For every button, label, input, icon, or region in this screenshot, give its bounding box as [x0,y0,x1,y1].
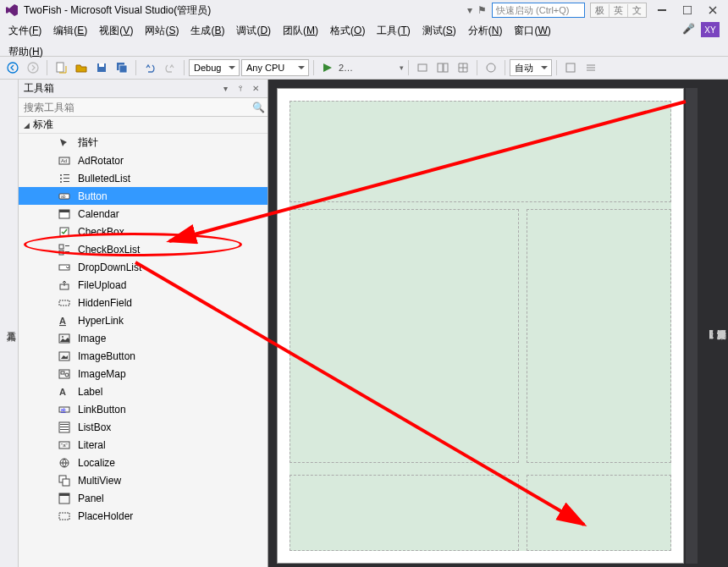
menu-tools[interactable]: 工具(T) [377,22,410,40]
svg-rect-55 [59,513,69,520]
tool-item-label: LinkButton [78,404,126,416]
tool-item-dropdownlist[interactable]: DropDownList [19,258,267,276]
tool-item-linkbutton[interactable]: abLinkButton [19,400,267,418]
svg-text:A: A [59,387,66,397]
tool-item-panel[interactable]: Panel [19,489,267,507]
menu-window[interactable]: 窗口(W) [514,22,550,40]
tool-item-listbox[interactable]: ListBox [19,418,267,436]
grid-cell[interactable] [527,475,671,551]
tool-item-checkboxlist[interactable]: CheckBoxList [19,240,267,258]
quick-launch-input[interactable]: 快速启动 (Ctrl+Q) [492,3,585,18]
save-all-button[interactable] [113,58,131,77]
localize-icon [58,456,71,470]
ime-seg-1: 英 [609,4,628,17]
ime-indicator[interactable]: 极 英 文 [590,3,647,18]
svg-rect-0 [658,9,666,11]
toolbox-list: 指针AdAdRotatorBulletedListabButtonCalenda… [19,134,267,567]
svg-text:A: A [59,316,66,326]
toolbox-category[interactable]: ◢ 标准 [19,117,267,134]
menu-edit[interactable]: 编辑(E) [53,22,87,40]
menu-analyze[interactable]: 分析(N) [468,22,503,40]
tool-item-multiview[interactable]: MultiView [19,471,267,489]
tool-item-label: Calendar [78,208,119,220]
tool-item-localize[interactable]: Localize [19,454,267,471]
toolbox-search-input[interactable] [19,102,249,113]
svg-rect-52 [63,479,69,486]
new-file-button[interactable] [52,58,70,77]
start-dropdown-icon[interactable]: ▾ [400,63,404,72]
voice-icon[interactable]: 🎤 [682,23,696,36]
save-button[interactable] [92,58,111,77]
svg-rect-28 [59,250,63,255]
tool-item-imagemap[interactable]: ImageMap [19,365,267,383]
toolbox-title: 工具箱 [24,81,217,96]
tool-item-label[interactable]: ALabel [19,383,267,400]
tb-icon-4[interactable] [482,58,500,77]
open-button[interactable] [72,58,91,77]
tb-icon-5[interactable] [561,58,580,77]
panel-tab-solution[interactable]: 解决方案资源管理器 [715,85,728,560]
start-debug-button[interactable] [318,58,337,77]
grid-cell[interactable] [290,209,519,463]
menu-file[interactable]: 文件(F) [8,22,41,40]
tb-icon-1[interactable] [413,58,432,77]
right-collapsed-panels: 解决方案资源管理器 团队资源管理器 属性 [709,80,728,567]
vertical-scrollbar[interactable] [686,88,698,564]
tool-item-bulletedlist[interactable]: BulletedList [19,169,267,187]
grid-cell[interactable] [290,475,519,551]
toolbox-close-icon[interactable]: ✕ [249,82,262,96]
tool-item-placeholder[interactable]: PlaceHolder [19,507,267,525]
tool-item-fileupload[interactable]: FileUpload [19,276,267,294]
menu-team[interactable]: 团队(M) [283,22,318,40]
tool-item-calendar[interactable]: Calendar [19,205,267,223]
tool-item-hiddenfield[interactable]: HiddenField [19,294,267,311]
tool-item-image[interactable]: Image [19,329,267,347]
undo-button[interactable] [141,58,159,77]
auto-combo[interactable]: 自动 [510,59,552,76]
user-badge[interactable]: XY [701,22,720,37]
toolbox-options-icon[interactable]: ▾ [218,82,232,96]
layout-grid[interactable] [290,101,671,551]
designer-surface[interactable] [268,80,709,567]
left-gutter-tab[interactable]: 工具箱 [0,80,19,567]
hyperlink-icon: A [58,314,71,328]
tool-item-button[interactable]: abButton [19,187,267,205]
menu-debug[interactable]: 调试(D) [236,22,271,40]
maximize-button[interactable] [677,1,698,19]
menu-build[interactable]: 生成(B) [190,22,224,40]
close-button[interactable] [703,1,723,19]
search-icon[interactable]: 🔍 [249,102,267,113]
tb-icon-6[interactable] [582,58,600,77]
tool-item-hyperlink[interactable]: AHyperLink [19,311,267,329]
flag-icon[interactable]: ⚑ [477,4,487,16]
svg-rect-33 [59,300,69,306]
grid-cell[interactable] [290,101,671,202]
tool-item-label: HyperLink [78,315,124,327]
grid-cell[interactable] [527,209,671,463]
designer-page[interactable] [277,88,684,564]
menu-format[interactable]: 格式(O) [330,22,365,40]
config-combo[interactable]: Debug [189,59,240,76]
tool-item-pointer[interactable]: 指针 [19,134,267,151]
svg-point-3 [28,63,38,73]
tool-item-label: PlaceHolder [78,510,133,522]
toolbox-pin-icon[interactable]: ⫯ [234,82,247,96]
tool-item-literal[interactable]: "a"Literal [19,436,267,454]
tool-item-checkbox[interactable]: CheckBox [19,223,267,240]
nav-back-button[interactable] [3,58,22,77]
tool-item-adrotator[interactable]: AdAdRotator [19,151,267,169]
tb-icon-2[interactable] [433,58,452,77]
notification-icon[interactable]: ▾ [467,4,472,16]
menu-view[interactable]: 视图(V) [99,22,133,40]
redo-button[interactable] [161,58,179,77]
platform-combo[interactable]: Any CPU [241,59,309,76]
nav-fwd-button[interactable] [24,58,42,77]
minimize-button[interactable] [652,1,672,19]
auto-value: 自动 [515,62,533,74]
menu-test[interactable]: 测试(S) [422,22,456,40]
menu-website[interactable]: 网站(S) [145,22,179,40]
tb-icon-3[interactable] [454,58,472,77]
svg-rect-10 [438,63,443,72]
tool-item-imagebutton[interactable]: ImageButton [19,347,267,365]
svg-point-18 [60,178,62,179]
